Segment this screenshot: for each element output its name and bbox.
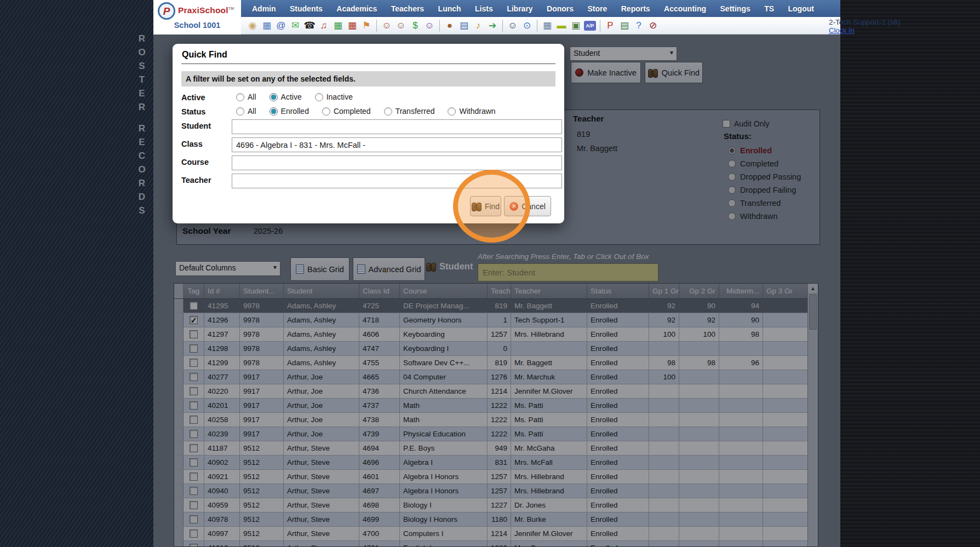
radio-icon <box>384 107 392 116</box>
class-input[interactable] <box>232 137 562 152</box>
nav-item-lists[interactable]: Lists <box>471 4 497 13</box>
student-icon[interactable]: ☺ <box>394 19 408 32</box>
logged-in-user: 2-Tech Support-2 (s6) <box>829 18 922 26</box>
radio-option-inactive[interactable]: Inactive <box>315 93 353 101</box>
id-card-icon[interactable]: ▬ <box>554 19 569 32</box>
nav-item-reports[interactable]: Reports <box>617 4 655 13</box>
nav-item-settings[interactable]: Settings <box>716 4 755 13</box>
calendar-icon[interactable]: ▦ <box>260 19 274 32</box>
course-input[interactable] <box>232 156 562 170</box>
radio-icon <box>322 107 330 116</box>
clock-in-link[interactable]: Clock In <box>829 26 922 34</box>
student-input[interactable] <box>232 119 562 134</box>
email-icon[interactable]: @ <box>274 19 288 32</box>
nav-item-ts[interactable]: TS <box>760 4 778 13</box>
nav-item-logout[interactable]: Logout <box>784 4 818 13</box>
radio-icon <box>270 107 278 116</box>
nav-item-lunch[interactable]: Lunch <box>434 4 466 13</box>
field-label: Student <box>181 122 211 130</box>
stop-icon[interactable]: ⊘ <box>646 19 660 32</box>
teacher-icon[interactable]: ☺ <box>506 19 520 32</box>
nav-item-donors[interactable]: Donors <box>542 4 578 13</box>
cash-register-icon[interactable]: ▤ <box>617 19 632 32</box>
radio-label: All <box>248 107 256 116</box>
audio-icon[interactable]: ♫ <box>317 19 331 32</box>
left-background-panel <box>0 0 153 547</box>
cancel-button[interactable]: ✕ Cancel <box>504 196 551 216</box>
side-letter: T <box>135 73 149 87</box>
side-letter: O <box>135 45 149 59</box>
radio-label: Active <box>281 93 302 101</box>
nav-item-academics[interactable]: Academics <box>332 4 381 13</box>
search-icon[interactable]: ◉ <box>245 19 260 32</box>
radio-option-enrolled[interactable]: Enrolled <box>270 107 309 116</box>
cancel-label: Cancel <box>521 202 546 211</box>
vertical-label-roster: ROSTER <box>135 32 149 114</box>
binder-icon[interactable]: ▤ <box>457 19 471 32</box>
nav-item-students[interactable]: Students <box>285 4 327 13</box>
nav-item-accounting[interactable]: Accounting <box>660 4 710 13</box>
family-icon[interactable]: ☺ <box>422 19 437 32</box>
toolbar-separator <box>502 20 503 32</box>
side-letter: E <box>135 87 149 100</box>
radio-label: Withdrawn <box>459 107 495 116</box>
field-label: Teacher <box>181 176 211 185</box>
nav-item-teachers[interactable]: Teachers <box>387 4 428 13</box>
radio-option-transferred[interactable]: Transferred <box>384 107 435 116</box>
calendar-alt-icon[interactable]: ▦ <box>345 19 359 32</box>
nav-item-store[interactable]: Store <box>583 4 612 13</box>
schedule-icon[interactable]: ▦ <box>331 19 345 32</box>
side-letter: R <box>135 122 149 135</box>
nav-item-admin[interactable]: Admin <box>248 4 280 13</box>
trademark: TM <box>228 7 234 10</box>
radio-option-completed[interactable]: Completed <box>322 107 371 116</box>
bell-icon[interactable]: ♪ <box>471 19 485 32</box>
app-content: P PraxiSchoolTM School 1001 AdminStudent… <box>153 0 840 547</box>
modal-field-teacher: Teacher <box>181 174 553 189</box>
radio-option-active[interactable]: Active <box>270 93 302 101</box>
radio-option-withdrawn[interactable]: Withdrawn <box>448 107 495 116</box>
modal-field-class: Class <box>181 137 553 153</box>
find-label: Find <box>485 202 500 211</box>
radio-icon <box>236 107 244 116</box>
field-label: Active <box>181 93 205 102</box>
announcements-icon[interactable]: ⚑ <box>359 19 374 32</box>
dialog-title: Quick Find <box>182 50 227 60</box>
pdf-icon[interactable]: P <box>603 19 617 32</box>
radio-icon <box>315 93 323 101</box>
icon-toolbar: ◉▦@✉☎♫▦▦⚑☺☺$☺●▤♪➔☺⊙▦▬▣A/PP▤?⊘ 2-Tech Sup… <box>241 17 840 34</box>
radio-label: Enrolled <box>281 107 309 116</box>
teacher-input[interactable] <box>232 174 562 188</box>
logo-block: P PraxiSchoolTM School 1001 <box>153 0 241 34</box>
side-letter: R <box>135 100 149 114</box>
help-icon[interactable]: ? <box>632 19 646 32</box>
side-letter: C <box>135 149 149 163</box>
add-student-icon[interactable]: ☺ <box>380 19 394 32</box>
school-name: School 1001 <box>153 21 241 30</box>
radio-group: AllActiveInactive <box>236 93 353 101</box>
toolbar-separator <box>600 20 600 32</box>
side-letter: R <box>135 176 149 190</box>
field-label: Course <box>181 158 209 166</box>
chat-icon[interactable]: ✉ <box>288 19 302 32</box>
radio-option-all[interactable]: All <box>236 107 256 116</box>
nav-item-library[interactable]: Library <box>502 4 537 13</box>
find-button[interactable]: Find <box>470 196 501 216</box>
side-letter: D <box>135 190 149 204</box>
clock-icon[interactable]: ⊙ <box>520 19 534 32</box>
user-bar: 2-Tech Support-2 (s6) Clock In <box>829 18 922 34</box>
export-icon[interactable]: ➔ <box>485 19 500 32</box>
binoculars-icon <box>472 203 482 210</box>
spreadsheet-icon[interactable]: ▦ <box>540 19 554 32</box>
toolbar-separator <box>439 20 440 32</box>
side-letter: S <box>135 204 149 217</box>
radio-icon <box>270 93 278 101</box>
payments-icon[interactable]: $ <box>408 19 422 32</box>
ap-badge-icon[interactable]: A/P <box>584 21 596 31</box>
lunch-icon[interactable]: ● <box>443 19 457 32</box>
print-card-icon[interactable]: ▣ <box>569 19 583 32</box>
radio-option-all[interactable]: All <box>236 93 256 101</box>
phone-icon[interactable]: ☎ <box>302 19 317 32</box>
dialog-info-banner: A filter will be set on any of the selec… <box>181 71 555 87</box>
modal-field-student: Student <box>181 119 553 135</box>
